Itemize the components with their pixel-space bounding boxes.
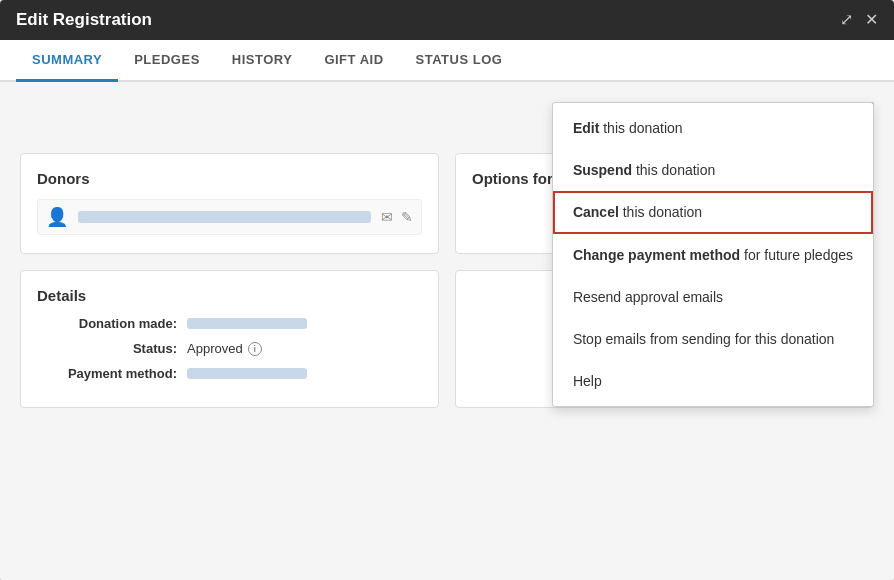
dropdown-item-change-payment[interactable]: Change payment method for future pledges (553, 234, 873, 276)
user-icon: 👤 (46, 206, 68, 228)
modal-body: TASKS ▾ Edit this donation Suspend this … (0, 82, 894, 580)
tab-bar: SUMMARY PLEDGES HISTORY GIFT AID STATUS … (0, 40, 894, 82)
dropdown-item-cancel[interactable]: Cancel this donation (553, 191, 873, 233)
dropdown-item-stop-emails[interactable]: Stop emails from sending for this donati… (553, 318, 873, 360)
details-card: Details Donation made: Status: Approved … (20, 270, 439, 408)
tasks-dropdown: Edit this donation Suspend this donation… (552, 102, 874, 407)
tab-summary[interactable]: SUMMARY (16, 40, 118, 82)
donor-row: 👤 ✉ ✎ (37, 199, 422, 235)
dropdown-item-suspend[interactable]: Suspend this donation (553, 149, 873, 191)
close-icon[interactable]: ✕ (865, 12, 878, 28)
donor-edit-icon[interactable]: ✎ (401, 209, 413, 225)
donation-made-value (187, 318, 307, 329)
donor-actions: ✉ ✎ (381, 209, 413, 225)
tab-gift-aid[interactable]: GIFT AID (308, 40, 399, 82)
header-icons: ⤢ ✕ (840, 12, 878, 28)
dropdown-item-help[interactable]: Help (553, 360, 873, 402)
status-info-icon[interactable]: i (248, 342, 262, 356)
donors-card: Donors 👤 ✉ ✎ (20, 153, 439, 254)
change-payment-bold: Change payment method (573, 247, 740, 263)
payment-method-value (187, 368, 307, 379)
modal-title: Edit Registration (16, 10, 152, 30)
resend-text: Resend approval emails (573, 289, 723, 305)
donation-made-row: Donation made: (37, 316, 422, 331)
status-row: Status: Approved i (37, 341, 422, 356)
status-value: Approved i (187, 341, 262, 356)
donation-made-label: Donation made: (37, 316, 177, 331)
tab-history[interactable]: HISTORY (216, 40, 309, 82)
change-payment-rest: for future pledges (744, 247, 853, 263)
tab-pledges[interactable]: PLEDGES (118, 40, 216, 82)
cancel-rest: this donation (623, 204, 702, 220)
toolbar-row: TASKS ▾ Edit this donation Suspend this … (20, 102, 874, 137)
modal-header: Edit Registration ⤢ ✕ (0, 0, 894, 40)
donor-email-icon[interactable]: ✉ (381, 209, 393, 225)
expand-icon[interactable]: ⤢ (840, 12, 853, 28)
status-label: Status: (37, 341, 177, 356)
payment-method-row: Payment method: (37, 366, 422, 381)
donor-name (78, 211, 371, 223)
payment-method-label: Payment method: (37, 366, 177, 381)
cancel-bold: Cancel (573, 204, 619, 220)
dropdown-item-resend[interactable]: Resend approval emails (553, 276, 873, 318)
suspend-rest: this donation (636, 162, 715, 178)
dropdown-item-edit[interactable]: Edit this donation (553, 107, 873, 149)
edit-rest: this donation (603, 120, 682, 136)
help-text: Help (573, 373, 602, 389)
edit-bold: Edit (573, 120, 599, 136)
details-title: Details (37, 287, 422, 304)
edit-registration-modal: Edit Registration ⤢ ✕ SUMMARY PLEDGES HI… (0, 0, 894, 580)
suspend-bold: Suspend (573, 162, 632, 178)
stop-emails-text: Stop emails from sending for this donati… (573, 331, 834, 347)
donors-title: Donors (37, 170, 422, 187)
tab-status-log[interactable]: STATUS LOG (400, 40, 519, 82)
